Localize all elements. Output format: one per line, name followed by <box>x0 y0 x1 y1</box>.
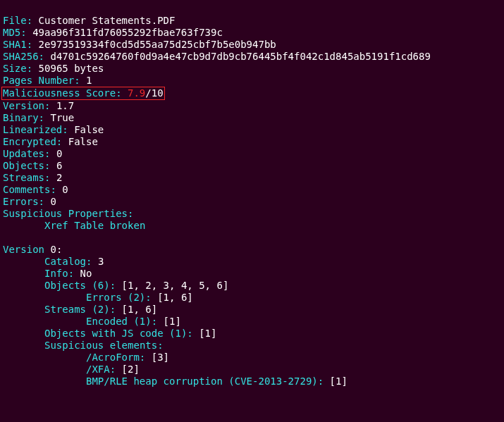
label-errors: Errors: <box>3 196 44 207</box>
label-md5: MD5: <box>3 27 27 38</box>
label-v0-obj-err: Errors (2): <box>86 292 152 303</box>
line-v0-objects-errors: Errors (2): [1, 6] <box>3 292 193 303</box>
value-malscore-total: /10 <box>145 87 163 99</box>
label-linearized: Linearized: <box>3 124 68 135</box>
label-v0-streams: Streams (2): <box>44 304 116 315</box>
value-v0-streams: [1, 6] <box>122 304 158 315</box>
label-sha256: SHA256: <box>3 51 44 62</box>
line-v0-susp: Suspicious elements: <box>3 340 164 351</box>
value-v0-js: [1] <box>199 328 216 339</box>
value-v0-obj-err: [1, 6] <box>157 292 193 303</box>
value-v0-xfa: [2] <box>122 364 140 375</box>
label-v0-cve: BMP/RLE heap corruption (CVE-2013-2729): <box>86 376 324 387</box>
value-comments: 0 <box>62 184 68 195</box>
label-comments: Comments: <box>3 184 56 195</box>
line-version: Version: 1.7 <box>3 100 74 111</box>
label-streams: Streams: <box>3 172 50 183</box>
line-v0-streams: Streams (2): [1, 6] <box>3 304 157 315</box>
label-v0-catalog: Catalog: <box>44 256 92 267</box>
label-v0-xfa: /XFA: <box>86 364 116 375</box>
label-objects: Objects: <box>3 160 50 171</box>
value-size: 50965 bytes <box>39 63 104 74</box>
value-sha256: d4701c59264760f0d9a4e47cb9d7db9cb76445bf… <box>50 51 430 62</box>
line-streams: Streams: 2 <box>3 172 62 183</box>
label-v0: Version <box>3 244 44 255</box>
line-v0-js: Objects with JS code (1): [1] <box>3 328 216 339</box>
value-encrypted: False <box>68 136 98 147</box>
value-version: 1.7 <box>56 100 74 111</box>
value-sha1: 2e973519334f0cd5d55aa75d25cbf7b5e0b947bb <box>39 39 276 50</box>
label-version: Version: <box>3 100 50 111</box>
value-pages: 1 <box>86 75 92 86</box>
line-errors: Errors: 0 <box>3 196 56 207</box>
line-sha1: SHA1: 2e973519334f0cd5d55aa75d25cbf7b5e0… <box>3 39 276 50</box>
label-v0-susp: Suspicious elements: <box>44 340 164 351</box>
label-sha1: SHA1: <box>3 39 32 50</box>
label-binary: Binary: <box>3 112 44 123</box>
label-malscore: Maliciousness Score: <box>3 87 122 99</box>
line-file: File: Customer Statements.PDF <box>3 15 175 26</box>
line-md5: MD5: 49aa96f311fd76055292fbae763f739c <box>3 27 223 38</box>
line-pages: Pages Number: 1 <box>3 75 92 86</box>
value-updates: 0 <box>56 148 62 159</box>
line-susp-props-item: Xref Table broken <box>3 220 145 231</box>
label-pages: Pages Number: <box>3 75 80 86</box>
value-errors: 0 <box>50 196 56 207</box>
line-objects: Objects: 6 <box>3 160 62 171</box>
line-v0-objects: Objects (6): [1, 2, 3, 4, 5, 6] <box>3 280 228 291</box>
label-encrypted: Encrypted: <box>3 136 62 147</box>
line-sha256: SHA256: d4701c59264760f0d9a4e47cb9d7db9c… <box>3 51 431 62</box>
value-v0-info: No <box>80 268 92 279</box>
label-susp-props: Suspicious Properties: <box>3 208 133 219</box>
highlight-box-malscore: Maliciousness Score: 7.9/10 <box>1 87 165 100</box>
value-susp-props-item: Xref Table broken <box>44 220 145 231</box>
value-v0-streams-enc: [1] <box>164 316 181 327</box>
value-file: Customer Statements.PDF <box>39 15 176 26</box>
value-v0: 0: <box>50 244 62 255</box>
line-v0-xfa: /XFA: [2] <box>3 364 140 375</box>
value-v0-catalog: 3 <box>98 256 104 267</box>
value-md5: 49aa96f311fd76055292fbae763f739c <box>32 27 223 38</box>
label-v0-info: Info: <box>44 268 74 279</box>
label-v0-streams-enc: Encoded (1): <box>86 316 157 327</box>
value-linearized: False <box>74 124 104 135</box>
value-v0-objects: [1, 2, 3, 4, 5, 6] <box>122 280 229 291</box>
line-linearized: Linearized: False <box>3 124 104 135</box>
label-v0-js: Objects with JS code (1): <box>44 328 193 339</box>
line-size: Size: 50965 bytes <box>3 63 104 74</box>
label-file: File: <box>3 15 32 26</box>
line-comments: Comments: 0 <box>3 184 68 195</box>
line-v0-catalog: Catalog: 3 <box>3 256 104 267</box>
line-binary: Binary: True <box>3 112 74 123</box>
value-v0-cve: [1] <box>330 376 348 387</box>
value-streams: 2 <box>56 172 62 183</box>
label-size: Size: <box>3 63 32 74</box>
label-v0-objects: Objects (6): <box>44 280 116 291</box>
line-encrypted: Encrypted: False <box>3 136 98 147</box>
value-objects: 6 <box>56 160 62 171</box>
value-malscore: 7.9 <box>128 87 145 99</box>
line-v0-header: Version 0: <box>3 244 62 255</box>
line-updates: Updates: 0 <box>3 148 62 159</box>
line-malscore: Maliciousness Score: 7.9/10 <box>3 87 165 99</box>
line-susp-props: Suspicious Properties: <box>3 208 133 219</box>
line-v0-acroform: /AcroForm: [3] <box>3 352 169 363</box>
value-binary: True <box>50 112 74 123</box>
line-v0-streams-encoded: Encoded (1): [1] <box>3 316 181 327</box>
line-v0-info: Info: No <box>3 268 92 279</box>
label-updates: Updates: <box>3 148 50 159</box>
label-v0-acroform: /AcroForm: <box>86 352 145 363</box>
line-v0-cve: BMP/RLE heap corruption (CVE-2013-2729):… <box>3 376 348 387</box>
value-v0-acroform: [3] <box>152 352 169 363</box>
